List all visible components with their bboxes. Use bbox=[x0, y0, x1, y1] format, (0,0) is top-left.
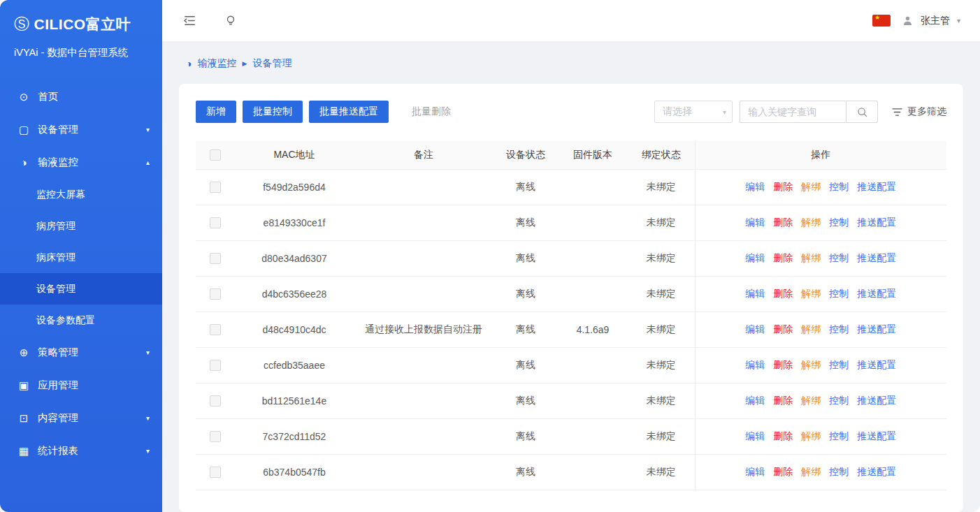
control-link[interactable]: 控制 bbox=[829, 181, 849, 192]
sidebar-item-app-management[interactable]: ▣应用管理 bbox=[0, 369, 162, 402]
china-flag-icon[interactable]: ★ bbox=[872, 15, 891, 27]
edit-link[interactable]: 编辑 bbox=[745, 430, 765, 441]
sidebar-item-device-management[interactable]: ▢设备管理▾ bbox=[0, 113, 162, 146]
edit-link[interactable]: 编辑 bbox=[745, 288, 765, 299]
unbind-link[interactable]: 解绑 bbox=[801, 288, 821, 299]
batch-push-config-button[interactable]: 批量推送配置 bbox=[309, 101, 389, 123]
checkbox-cell bbox=[196, 276, 235, 312]
delete-link[interactable]: 删除 bbox=[773, 181, 793, 192]
delete-link[interactable]: 删除 bbox=[773, 430, 793, 441]
row-checkbox[interactable] bbox=[210, 288, 221, 300]
status-cell: 离线 bbox=[493, 312, 558, 347]
sidebar-subitem-monitor-screen[interactable]: 监控大屏幕 bbox=[0, 179, 162, 210]
control-link[interactable]: 控制 bbox=[829, 359, 849, 370]
control-link[interactable]: 控制 bbox=[829, 323, 849, 335]
push-config-link[interactable]: 推送配置 bbox=[857, 288, 896, 299]
push-config-link[interactable]: 推送配置 bbox=[857, 181, 896, 192]
row-checkbox[interactable] bbox=[210, 217, 221, 228]
sidebar-subitem-label: 病房管理 bbox=[36, 220, 75, 233]
control-link[interactable]: 控制 bbox=[829, 395, 849, 406]
user-name[interactable]: 张主管 bbox=[921, 15, 950, 27]
push-config-link[interactable]: 推送配置 bbox=[857, 466, 896, 477]
search-button[interactable] bbox=[846, 101, 878, 123]
note-cell bbox=[354, 240, 493, 276]
firmware-cell bbox=[558, 276, 628, 312]
edit-link[interactable]: 编辑 bbox=[745, 359, 765, 370]
mac-cell: ccfedb35aaee bbox=[235, 347, 354, 383]
bind-cell: 未绑定 bbox=[628, 312, 695, 347]
row-checkbox[interactable] bbox=[210, 360, 221, 371]
delete-link[interactable]: 删除 bbox=[773, 359, 793, 370]
firmware-cell: 4.1.6a9 bbox=[558, 312, 628, 347]
add-button[interactable]: 新增 bbox=[196, 101, 236, 123]
edit-link[interactable]: 编辑 bbox=[745, 466, 765, 477]
row-checkbox[interactable] bbox=[210, 182, 221, 193]
keyword-input[interactable] bbox=[740, 101, 846, 123]
delete-link[interactable]: 删除 bbox=[773, 466, 793, 477]
unbind-link[interactable]: 解绑 bbox=[801, 395, 821, 406]
control-link[interactable]: 控制 bbox=[829, 252, 849, 263]
infusion-icon: ◑ bbox=[17, 156, 31, 168]
row-checkbox[interactable] bbox=[210, 253, 221, 264]
edit-link[interactable]: 编辑 bbox=[745, 323, 765, 335]
control-link[interactable]: 控制 bbox=[829, 430, 849, 441]
control-link[interactable]: 控制 bbox=[829, 288, 849, 299]
edit-link[interactable]: 编辑 bbox=[745, 217, 765, 228]
row-checkbox[interactable] bbox=[210, 431, 221, 442]
note-cell: 通过接收上报数据自动注册 bbox=[354, 312, 493, 347]
unbind-link[interactable]: 解绑 bbox=[801, 430, 821, 441]
push-config-link[interactable]: 推送配置 bbox=[857, 359, 896, 370]
control-link[interactable]: 控制 bbox=[829, 466, 849, 477]
sidebar-item-strategy-management[interactable]: ⊕策略管理▾ bbox=[0, 336, 162, 369]
push-config-link[interactable]: 推送配置 bbox=[857, 430, 896, 441]
note-cell bbox=[354, 454, 493, 490]
push-config-link[interactable]: 推送配置 bbox=[857, 395, 896, 406]
unbind-link[interactable]: 解绑 bbox=[801, 323, 821, 335]
sidebar-subitem-bed-management[interactable]: 病床管理 bbox=[0, 242, 162, 273]
row-checkbox[interactable] bbox=[210, 467, 221, 478]
unbind-link[interactable]: 解绑 bbox=[801, 252, 821, 263]
batch-control-button[interactable]: 批量控制 bbox=[243, 101, 303, 123]
push-config-link[interactable]: 推送配置 bbox=[857, 217, 896, 228]
sidebar-item-label: 设备管理 bbox=[38, 123, 78, 136]
batch-delete-button[interactable]: 批量删除 bbox=[408, 101, 455, 123]
unbind-link[interactable]: 解绑 bbox=[801, 217, 821, 228]
sidebar-item-content-management[interactable]: ⊡内容管理▾ bbox=[0, 402, 162, 434]
filter-select[interactable]: 请选择 ▾ bbox=[654, 101, 733, 123]
submenu-infusion-monitoring: 监控大屏幕病房管理病床管理设备管理设备参数配置 bbox=[0, 179, 162, 336]
sidebar-item-infusion-monitoring[interactable]: ◑输液监控▴ bbox=[0, 146, 162, 179]
select-all-checkbox[interactable] bbox=[210, 149, 221, 161]
edit-link[interactable]: 编辑 bbox=[745, 395, 765, 406]
sidebar-subitem-device-management[interactable]: 设备管理 bbox=[0, 273, 162, 305]
chevron-down-icon[interactable]: ▾ bbox=[957, 17, 960, 24]
row-checkbox[interactable] bbox=[210, 324, 221, 335]
breadcrumb-section[interactable]: 输液监控 bbox=[197, 57, 236, 70]
unbind-link[interactable]: 解绑 bbox=[801, 466, 821, 477]
delete-link[interactable]: 删除 bbox=[773, 395, 793, 406]
push-config-link[interactable]: 推送配置 bbox=[857, 323, 896, 335]
status-cell: 离线 bbox=[493, 169, 558, 205]
more-filter-button[interactable]: 更多筛选 bbox=[892, 105, 946, 118]
sidebar-subitem-device-params-config[interactable]: 设备参数配置 bbox=[0, 305, 162, 336]
edit-link[interactable]: 编辑 bbox=[745, 181, 765, 192]
delete-link[interactable]: 删除 bbox=[773, 252, 793, 263]
sidebar-item-home[interactable]: ⊙首页 bbox=[0, 80, 162, 113]
sidebar-item-statistics-report[interactable]: ▦统计报表▾ bbox=[0, 434, 162, 467]
control-link[interactable]: 控制 bbox=[829, 217, 849, 228]
row-checkbox[interactable] bbox=[210, 395, 221, 407]
bind-cell: 未绑定 bbox=[628, 169, 695, 205]
collapse-sidebar-icon[interactable] bbox=[183, 14, 196, 27]
push-config-link[interactable]: 推送配置 bbox=[857, 252, 896, 263]
toolbar-right: 请选择 ▾ 更多筛选 bbox=[654, 101, 946, 123]
sidebar-subitem-ward-management[interactable]: 病房管理 bbox=[0, 210, 162, 242]
delete-link[interactable]: 删除 bbox=[773, 217, 793, 228]
edit-link[interactable]: 编辑 bbox=[745, 252, 765, 263]
lightbulb-icon[interactable] bbox=[224, 14, 237, 27]
unbind-link[interactable]: 解绑 bbox=[801, 359, 821, 370]
delete-link[interactable]: 删除 bbox=[773, 288, 793, 299]
note-cell bbox=[354, 418, 493, 454]
unbind-link[interactable]: 解绑 bbox=[801, 181, 821, 192]
status-cell: 离线 bbox=[493, 454, 558, 490]
delete-link[interactable]: 删除 bbox=[773, 323, 793, 335]
column-header-mac: MAC地址 bbox=[235, 141, 354, 169]
